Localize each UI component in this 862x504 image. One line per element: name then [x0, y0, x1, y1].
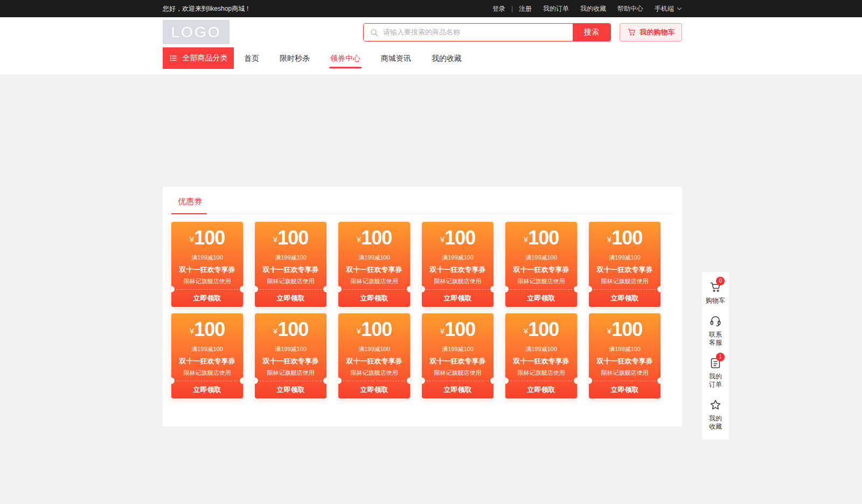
- coupon-condition: 满199减100: [505, 254, 577, 261]
- my-cart-button[interactable]: 我的购物车: [620, 23, 682, 41]
- sidebar-item-customer-service[interactable]: 联系 客服: [709, 314, 722, 347]
- mobile-link[interactable]: 手机端: [655, 4, 682, 13]
- topbar-separator: |: [511, 5, 513, 12]
- currency-symbol: ¥: [524, 235, 528, 244]
- my-orders-link[interactable]: 我的订单: [543, 4, 569, 13]
- coupon-condition: 满199减100: [422, 254, 493, 261]
- sidebar-item-my-orders[interactable]: 1 我的 订单: [709, 356, 722, 389]
- coupon-condition: 满199减100: [171, 254, 243, 261]
- nav-coupon-center[interactable]: 领券中心: [330, 47, 360, 69]
- claim-coupon-button[interactable]: 立即领取: [422, 290, 493, 306]
- sidebar-item-cart[interactable]: 0 购物车: [706, 281, 725, 305]
- coupon-scope: 限林记旗舰店使用: [589, 278, 661, 285]
- main-nav: 全部商品分类 首页 限时秒杀 领券中心 商城资讯 我的收藏: [163, 47, 682, 69]
- coupon-condition: 满199减100: [505, 346, 577, 353]
- nav-my-favorites[interactable]: 我的收藏: [432, 47, 462, 69]
- claim-coupon-button[interactable]: 立即领取: [422, 381, 493, 398]
- tab-coupons[interactable]: 优惠券: [178, 197, 202, 207]
- claim-coupon-button[interactable]: 立即领取: [338, 290, 410, 306]
- coupon-condition: 满199减100: [422, 346, 493, 353]
- help-center-link[interactable]: 帮助中心: [617, 4, 643, 13]
- coupon-card: ¥100 满199减100 双十一狂欢专享券 限林记旗舰店使用 立即领取: [589, 222, 661, 307]
- coupon-notch-right: [407, 286, 410, 292]
- claim-coupon-button[interactable]: 立即领取: [505, 381, 577, 398]
- coupon-condition: 满199减100: [171, 346, 243, 353]
- all-categories-label: 全部商品分类: [183, 53, 228, 63]
- coupon-title: 双十一狂欢专享券: [589, 357, 661, 366]
- amount-value: 100: [444, 318, 475, 340]
- claim-coupon-button[interactable]: 立即领取: [589, 290, 661, 306]
- coupon-panel: 优惠券 ¥100 满199减100 双十一狂欢专享券 限林记旗舰店使用 立即领取…: [163, 187, 682, 426]
- coupon-scope: 限林记旗舰店使用: [171, 369, 243, 376]
- coupon-card: ¥100 满199减100 双十一狂欢专享券 限林记旗舰店使用 立即领取: [422, 222, 493, 307]
- shop-logo[interactable]: LOGO: [163, 20, 230, 44]
- coupon-notch-right: [657, 286, 661, 292]
- claim-coupon-button[interactable]: 立即领取: [255, 381, 326, 398]
- currency-symbol: ¥: [357, 235, 361, 244]
- coupon-card: ¥100 满199减100 双十一狂欢专享券 限林记旗舰店使用 立即领取: [255, 313, 326, 398]
- coupon-notch-right: [490, 377, 493, 384]
- currency-symbol: ¥: [440, 326, 444, 335]
- login-link[interactable]: 登录: [492, 4, 505, 13]
- nav-mall-news[interactable]: 商城资讯: [381, 47, 411, 69]
- coupon-condition: 满199减100: [255, 254, 326, 261]
- sidebar-item-my-favorites[interactable]: 我的 收藏: [709, 398, 722, 431]
- nav-home[interactable]: 首页: [244, 47, 259, 69]
- coupon-scope: 限林记旗舰店使用: [505, 278, 577, 285]
- coupon-scope: 限林记旗舰店使用: [589, 369, 661, 376]
- amount-value: 100: [611, 227, 642, 249]
- coupon-amount: ¥100: [589, 319, 661, 340]
- coupon-scope: 限林记旗舰店使用: [422, 369, 493, 376]
- coupon-amount: ¥100: [338, 227, 410, 249]
- search-input[interactable]: [364, 24, 573, 41]
- coupon-scope: 限林记旗舰店使用: [422, 278, 493, 285]
- coupon-card: ¥100 满199减100 双十一狂欢专享券 限林记旗舰店使用 立即领取: [171, 222, 243, 307]
- coupon-notch-right: [657, 377, 661, 384]
- currency-symbol: ¥: [524, 326, 528, 335]
- coupon-condition: 满199减100: [589, 254, 661, 261]
- claim-coupon-button[interactable]: 立即领取: [338, 381, 410, 398]
- register-link[interactable]: 注册: [519, 4, 532, 13]
- coupon-card: ¥100 满199减100 双十一狂欢专享券 限林记旗舰店使用 立即领取: [338, 222, 410, 307]
- claim-coupon-button[interactable]: 立即领取: [171, 290, 243, 306]
- star-icon: [709, 398, 722, 411]
- currency-symbol: ¥: [357, 326, 361, 335]
- coupon-scope: 限林记旗舰店使用: [338, 278, 410, 285]
- coupon-notch-right: [240, 286, 243, 292]
- amount-value: 100: [194, 318, 225, 340]
- sidebar-favorites-label: 我的 收藏: [709, 415, 722, 431]
- coupon-card: ¥100 满199减100 双十一狂欢专享券 限林记旗舰店使用 立即领取: [171, 313, 243, 398]
- header: LOGO 搜索 我的购物车 全部商品分类 首页 限时秒杀 领券中心 商城资讯 我…: [0, 17, 862, 74]
- coupon-title: 双十一狂欢专享券: [422, 265, 493, 274]
- search-button[interactable]: 搜索: [573, 24, 610, 41]
- nav-flash-sale[interactable]: 限时秒杀: [280, 47, 310, 69]
- coupon-amount: ¥100: [338, 319, 410, 340]
- coupon-title: 双十一狂欢专享券: [171, 357, 243, 366]
- amount-value: 100: [194, 227, 225, 249]
- coupon-scope: 限林记旗舰店使用: [255, 278, 326, 285]
- claim-coupon-button[interactable]: 立即领取: [171, 381, 243, 398]
- coupon-tab-row: 优惠券: [171, 197, 673, 214]
- all-categories-button[interactable]: 全部商品分类: [163, 47, 234, 69]
- claim-coupon-button[interactable]: 立即领取: [589, 381, 661, 398]
- coupon-scope: 限林记旗舰店使用: [338, 369, 410, 376]
- coupon-notch-right: [240, 377, 243, 384]
- claim-coupon-button[interactable]: 立即领取: [505, 290, 577, 306]
- coupon-title: 双十一狂欢专享券: [505, 357, 577, 366]
- topbar-links: 登录 | 注册 我的订单 我的收藏 帮助中心 手机端: [492, 4, 682, 13]
- coupon-title: 双十一狂欢专享券: [171, 265, 243, 274]
- coupon-scope: 限林记旗舰店使用: [255, 369, 326, 376]
- coupon-notch-right: [574, 377, 577, 384]
- my-cart-label: 我的购物车: [640, 27, 675, 37]
- my-favorites-link[interactable]: 我的收藏: [580, 4, 606, 13]
- currency-symbol: ¥: [190, 326, 194, 335]
- coupon-title: 双十一狂欢专享券: [255, 265, 326, 274]
- search-bar: 搜索: [363, 23, 611, 41]
- coupon-card: ¥100 满199减100 双十一狂欢专享券 限林记旗舰店使用 立即领取: [589, 313, 661, 398]
- coupon-title: 双十一狂欢专享券: [338, 357, 410, 366]
- coupon-card: ¥100 满199减100 双十一狂欢专享券 限林记旗舰店使用 立即领取: [422, 313, 493, 398]
- welcome-text: 您好，欢迎来到likeshop商城！: [163, 4, 251, 13]
- coupon-amount: ¥100: [505, 227, 577, 249]
- coupon-condition: 满199减100: [338, 254, 410, 261]
- claim-coupon-button[interactable]: 立即领取: [255, 290, 326, 306]
